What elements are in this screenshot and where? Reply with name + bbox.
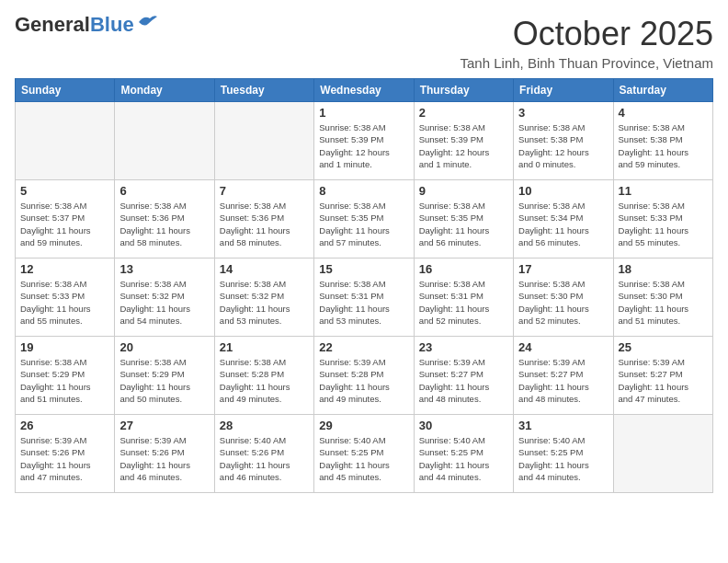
day-info: Sunrise: 5:39 AM Sunset: 5:26 PM Dayligh… (20, 434, 109, 483)
day-number: 27 (119, 419, 209, 432)
weekday-header-wednesday: Wednesday (314, 79, 414, 102)
day-info: Sunrise: 5:38 AM Sunset: 5:34 PM Dayligh… (518, 200, 608, 248)
day-info: Sunrise: 5:38 AM Sunset: 5:33 PM Dayligh… (619, 200, 708, 248)
weekday-header-tuesday: Tuesday (214, 79, 313, 102)
week-row-3: 12Sunrise: 5:38 AM Sunset: 5:33 PM Dayli… (16, 259, 713, 337)
day-number: 13 (119, 262, 209, 276)
day-number: 16 (419, 262, 508, 276)
day-number: 30 (419, 419, 508, 432)
calendar-cell: 22Sunrise: 5:39 AM Sunset: 5:28 PM Dayli… (314, 337, 414, 415)
calendar-cell: 18Sunrise: 5:38 AM Sunset: 5:30 PM Dayli… (613, 259, 712, 337)
day-number: 29 (319, 419, 408, 432)
calendar-cell: 11Sunrise: 5:38 AM Sunset: 5:33 PM Dayli… (613, 180, 712, 259)
calendar-cell: 27Sunrise: 5:39 AM Sunset: 5:26 PM Dayli… (115, 415, 214, 493)
day-number: 23 (419, 340, 508, 354)
day-number: 3 (518, 106, 608, 120)
day-number: 26 (20, 419, 109, 432)
day-number: 9 (419, 184, 508, 198)
calendar-cell: 29Sunrise: 5:40 AM Sunset: 5:25 PM Dayli… (314, 415, 414, 493)
calendar-cell (16, 102, 115, 180)
calendar-cell: 19Sunrise: 5:38 AM Sunset: 5:29 PM Dayli… (16, 337, 115, 415)
title-block: October 2025 Tanh Linh, Binh Thuan Provi… (461, 15, 713, 71)
day-number: 18 (619, 262, 708, 276)
calendar-cell: 13Sunrise: 5:38 AM Sunset: 5:32 PM Dayli… (115, 259, 214, 337)
day-info: Sunrise: 5:38 AM Sunset: 5:32 PM Dayligh… (220, 278, 309, 327)
day-info: Sunrise: 5:38 AM Sunset: 5:38 PM Dayligh… (619, 121, 708, 170)
calendar-cell: 15Sunrise: 5:38 AM Sunset: 5:31 PM Dayli… (314, 259, 414, 337)
day-info: Sunrise: 5:38 AM Sunset: 5:31 PM Dayligh… (419, 278, 508, 327)
day-info: Sunrise: 5:40 AM Sunset: 5:25 PM Dayligh… (319, 434, 408, 483)
logo-bird-icon (137, 13, 157, 29)
day-info: Sunrise: 5:39 AM Sunset: 5:27 PM Dayligh… (518, 356, 608, 405)
day-info: Sunrise: 5:39 AM Sunset: 5:27 PM Dayligh… (419, 356, 508, 405)
calendar-cell: 9Sunrise: 5:38 AM Sunset: 5:35 PM Daylig… (414, 180, 513, 259)
day-number: 2 (419, 106, 508, 120)
day-number: 21 (220, 340, 309, 354)
calendar-cell: 24Sunrise: 5:39 AM Sunset: 5:27 PM Dayli… (514, 337, 613, 415)
day-number: 25 (619, 340, 708, 354)
day-number: 19 (20, 340, 109, 354)
calendar-cell: 7Sunrise: 5:38 AM Sunset: 5:36 PM Daylig… (214, 180, 313, 259)
day-info: Sunrise: 5:38 AM Sunset: 5:33 PM Dayligh… (20, 278, 109, 327)
day-info: Sunrise: 5:38 AM Sunset: 5:29 PM Dayligh… (119, 356, 209, 405)
day-info: Sunrise: 5:39 AM Sunset: 5:26 PM Dayligh… (119, 434, 209, 483)
day-number: 11 (619, 184, 708, 198)
calendar-cell: 3Sunrise: 5:38 AM Sunset: 5:38 PM Daylig… (514, 102, 613, 180)
day-info: Sunrise: 5:40 AM Sunset: 5:25 PM Dayligh… (518, 434, 608, 483)
day-info: Sunrise: 5:38 AM Sunset: 5:28 PM Dayligh… (220, 356, 309, 405)
calendar-cell: 20Sunrise: 5:38 AM Sunset: 5:29 PM Dayli… (115, 337, 214, 415)
day-info: Sunrise: 5:38 AM Sunset: 5:35 PM Dayligh… (319, 200, 408, 248)
day-info: Sunrise: 5:38 AM Sunset: 5:35 PM Dayligh… (419, 200, 508, 248)
calendar-cell (115, 102, 214, 180)
logo: GeneralBlue (15, 15, 157, 35)
calendar-cell: 21Sunrise: 5:38 AM Sunset: 5:28 PM Dayli… (214, 337, 313, 415)
day-info: Sunrise: 5:40 AM Sunset: 5:26 PM Dayligh… (220, 434, 309, 483)
calendar-cell: 2Sunrise: 5:38 AM Sunset: 5:39 PM Daylig… (414, 102, 513, 180)
calendar-cell: 26Sunrise: 5:39 AM Sunset: 5:26 PM Dayli… (16, 415, 115, 493)
day-number: 15 (319, 262, 408, 276)
calendar-cell: 5Sunrise: 5:38 AM Sunset: 5:37 PM Daylig… (16, 180, 115, 259)
day-number: 7 (220, 184, 309, 198)
day-number: 1 (319, 106, 408, 120)
day-info: Sunrise: 5:38 AM Sunset: 5:30 PM Dayligh… (518, 278, 608, 327)
weekday-header-thursday: Thursday (414, 79, 513, 102)
calendar-cell: 23Sunrise: 5:39 AM Sunset: 5:27 PM Dayli… (414, 337, 513, 415)
day-number: 14 (220, 262, 309, 276)
logo-blue: Blue (90, 13, 134, 36)
calendar-cell (613, 415, 712, 493)
calendar-cell: 31Sunrise: 5:40 AM Sunset: 5:25 PM Dayli… (514, 415, 613, 493)
weekday-header-monday: Monday (115, 79, 214, 102)
weekday-header-saturday: Saturday (613, 79, 712, 102)
day-number: 6 (119, 184, 209, 198)
calendar-cell: 10Sunrise: 5:38 AM Sunset: 5:34 PM Dayli… (514, 180, 613, 259)
day-info: Sunrise: 5:38 AM Sunset: 5:36 PM Dayligh… (119, 200, 209, 248)
week-row-5: 26Sunrise: 5:39 AM Sunset: 5:26 PM Dayli… (16, 415, 713, 493)
calendar-cell: 6Sunrise: 5:38 AM Sunset: 5:36 PM Daylig… (115, 180, 214, 259)
calendar-cell: 17Sunrise: 5:38 AM Sunset: 5:30 PM Dayli… (514, 259, 613, 337)
page-header: GeneralBlue October 2025 Tanh Linh, Binh… (15, 15, 713, 71)
calendar-cell: 14Sunrise: 5:38 AM Sunset: 5:32 PM Dayli… (214, 259, 313, 337)
calendar-table: SundayMondayTuesdayWednesdayThursdayFrid… (15, 78, 713, 493)
day-info: Sunrise: 5:40 AM Sunset: 5:25 PM Dayligh… (419, 434, 508, 483)
week-row-2: 5Sunrise: 5:38 AM Sunset: 5:37 PM Daylig… (16, 180, 713, 259)
day-info: Sunrise: 5:38 AM Sunset: 5:29 PM Dayligh… (20, 356, 109, 405)
day-number: 31 (518, 419, 608, 432)
day-info: Sunrise: 5:38 AM Sunset: 5:31 PM Dayligh… (319, 278, 408, 327)
day-number: 28 (220, 419, 309, 432)
logo-general: General (15, 13, 90, 36)
weekday-header-sunday: Sunday (16, 79, 115, 102)
day-number: 8 (319, 184, 408, 198)
day-number: 20 (119, 340, 209, 354)
location-title: Tanh Linh, Binh Thuan Province, Vietnam (461, 55, 713, 71)
day-info: Sunrise: 5:38 AM Sunset: 5:38 PM Dayligh… (518, 121, 608, 170)
day-info: Sunrise: 5:38 AM Sunset: 5:39 PM Dayligh… (419, 121, 508, 170)
calendar-cell: 28Sunrise: 5:40 AM Sunset: 5:26 PM Dayli… (214, 415, 313, 493)
day-info: Sunrise: 5:39 AM Sunset: 5:28 PM Dayligh… (319, 356, 408, 405)
week-row-1: 1Sunrise: 5:38 AM Sunset: 5:39 PM Daylig… (16, 102, 713, 180)
day-number: 17 (518, 262, 608, 276)
day-info: Sunrise: 5:39 AM Sunset: 5:27 PM Dayligh… (619, 356, 708, 405)
calendar-cell: 1Sunrise: 5:38 AM Sunset: 5:39 PM Daylig… (314, 102, 414, 180)
calendar-cell: 16Sunrise: 5:38 AM Sunset: 5:31 PM Dayli… (414, 259, 513, 337)
day-number: 12 (20, 262, 109, 276)
day-number: 5 (20, 184, 109, 198)
